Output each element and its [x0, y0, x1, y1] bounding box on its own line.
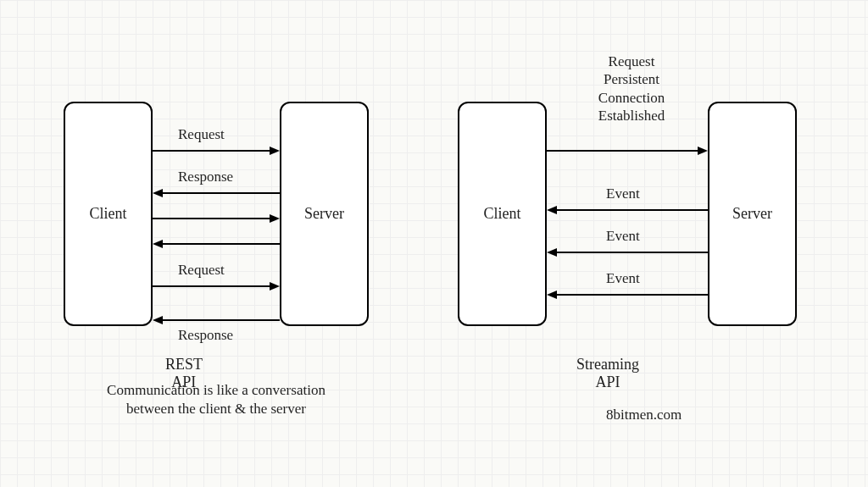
svg-marker-7: [153, 240, 163, 248]
rest-client-box: Client: [64, 102, 153, 326]
rest-server-label: Server: [304, 205, 344, 223]
rest-arrow-2-label: Response: [178, 168, 233, 185]
rest-caption: Communication is like a conversation bet…: [85, 381, 348, 418]
rest-arrow-1-right: [153, 146, 280, 156]
stream-event-2-label: Event: [606, 227, 640, 245]
rest-arrow-3-right: [153, 213, 280, 224]
svg-marker-3: [153, 189, 163, 197]
stream-arrow-event-3: [547, 290, 708, 300]
stream-arrow-request: [547, 146, 708, 156]
svg-marker-17: [547, 248, 557, 257]
stream-server-label: Server: [732, 205, 772, 223]
rest-arrow-5-right: [153, 281, 280, 291]
attribution: 8bitmen.com: [606, 407, 682, 423]
stream-event-3-label: Event: [606, 269, 640, 287]
rest-server-box: Server: [280, 102, 369, 326]
rest-arrow-1-label: Request: [178, 125, 225, 143]
svg-marker-5: [270, 214, 280, 223]
stream-event-1-label: Event: [606, 185, 640, 202]
stream-server-box: Server: [708, 102, 797, 326]
rest-arrow-5-label: Request: [178, 261, 225, 279]
rest-arrow-6-label: Response: [178, 326, 233, 344]
stream-client-box: Client: [458, 102, 547, 326]
svg-marker-9: [270, 282, 280, 291]
stream-client-label: Client: [484, 205, 521, 223]
svg-marker-1: [270, 147, 280, 155]
svg-marker-13: [698, 147, 708, 155]
stream-title: Streaming API: [576, 356, 639, 391]
stream-arrow-event-1: [547, 205, 708, 215]
svg-marker-11: [153, 316, 163, 324]
rest-arrow-2-left: [153, 188, 280, 198]
rest-client-label: Client: [90, 205, 127, 223]
rest-arrow-4-left: [153, 239, 280, 249]
rest-arrow-6-left: [153, 315, 280, 325]
stream-top-label: Request Persistent Connection Establishe…: [568, 53, 695, 125]
stream-arrow-event-2: [547, 247, 708, 257]
svg-marker-19: [547, 291, 557, 299]
svg-marker-15: [547, 206, 557, 214]
